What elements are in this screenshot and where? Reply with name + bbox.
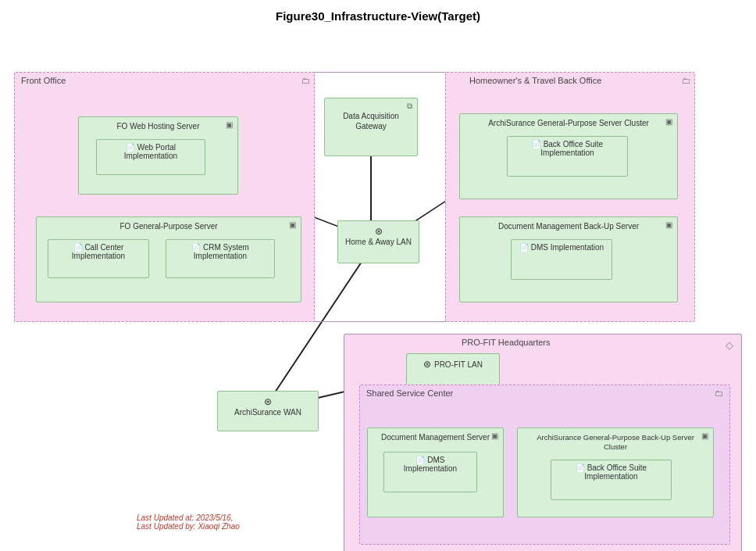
doc-icon-web-portal: 📄: [126, 143, 135, 152]
doc-mgmt-server-title: Document Management Server: [374, 433, 497, 442]
home-away-lan: ⊛ Home & Away LAN: [337, 220, 419, 263]
doc-icon-back-office2: 📄: [576, 463, 585, 472]
fo-gp-title: FO General-Purpose Server: [43, 222, 294, 231]
archisurance-wan: ⊛ ArchiSurance WAN: [217, 391, 319, 431]
dms-artifact: 📄 DMS Implementation: [511, 239, 612, 280]
fo-gp-server: FO General-Purpose Server ▣ 📄 Call Cente…: [36, 216, 301, 302]
front-office-label: Front Office: [21, 76, 66, 85]
network-icon-ha-lan: ⊛: [375, 226, 383, 237]
fo-web-hosting-title: FO Web Hosting Server: [85, 122, 231, 131]
homeowners-label: Homeowner's & Travel Back Office: [469, 76, 601, 85]
doc-mgmt-backup-server: Document Management Back-Up Server ▣ 📄 D…: [459, 216, 678, 302]
crm-label: CRM System Implementation: [194, 243, 249, 260]
doc-icon-crm: 📄: [191, 243, 201, 252]
profit-hq-label: PRO-FIT Headquarters: [462, 338, 551, 347]
ha-lan-label: Home & Away LAN: [344, 237, 412, 247]
server-icon-fo-web: ▣: [226, 120, 233, 129]
doc-mgmt-backup-title: Document Management Back-Up Server: [466, 222, 671, 231]
fo-web-hosting-server: FO Web Hosting Server ▣ 📄 Web Portal Imp…: [78, 116, 238, 195]
server-icon-doc-backup: ▣: [665, 220, 672, 229]
dms-label: DMS Implementation: [531, 243, 604, 252]
diagram-area: Home & Away Headquarters 🗀 Front Office …: [0, 29, 756, 545]
call-center-artifact: 📄 Call Center Implementation: [48, 239, 149, 278]
dms2-label: DMS Implementation: [404, 456, 457, 473]
web-portal-artifact: 📄 Web Portal Implementation: [96, 139, 205, 175]
copy-icon-dag: ⧉: [407, 102, 412, 111]
dms2-artifact: 📄 DMS Implementation: [383, 452, 477, 492]
doc-mgmt-server: Document Management Server ▣ 📄 DMS Imple…: [367, 428, 504, 517]
wan-label: ArchiSurance WAN: [224, 407, 312, 417]
network-icon-wan: ⊛: [264, 396, 272, 407]
page-title: Figure30_Infrastructure-View(Target): [0, 0, 756, 29]
profit-lan: ⊛ PRO-FIT LAN: [406, 353, 500, 388]
shared-service-label: Shared Service Center: [366, 388, 453, 398]
doc-icon-dms2: 📄: [415, 456, 425, 464]
server-icon-fo-gp: ▣: [289, 220, 296, 229]
archisurance-gp2-title: ArchiSurance General-Purpose Back-Up Ser…: [524, 433, 707, 453]
archisurance-gp-server: ArchiSurance General-Purpose Server Clus…: [459, 113, 678, 199]
crm-artifact: 📄 CRM System Implementation: [166, 239, 275, 278]
back-office-artifact: 📄 Back Office Suite Implementation: [507, 136, 628, 177]
server-icon-archi-gp: ▣: [665, 117, 672, 126]
archisurance-gp-title: ArchiSurance General-Purpose Server Clus…: [466, 119, 671, 127]
server-icon-archi-gp2: ▣: [701, 431, 708, 440]
footer: Last Updated at: 2023/5/16, Last Updated…: [137, 513, 240, 531]
archisurance-gp2-server: ArchiSurance General-Purpose Back-Up Ser…: [517, 428, 714, 517]
back-office-label: Back Office Suite Implementation: [540, 140, 603, 157]
footer-line2: Last Updated by: Xiaoqi Zhao: [137, 522, 240, 531]
dag-label: Data Acquisition Gateway: [331, 103, 411, 131]
folder-icon-ssc: 🗀: [715, 388, 723, 398]
doc-icon-dms: 📄: [519, 243, 529, 252]
network-icon-profit-lan: ⊛: [423, 359, 431, 370]
data-acquisition-gateway: ⧉ Data Acquisition Gateway: [324, 98, 418, 156]
front-office-folder-icon: 🗀: [301, 76, 310, 85]
doc-icon-call-center: 📄: [73, 243, 83, 252]
back-office2-artifact: 📄 Back Office Suite Implementation: [551, 460, 672, 500]
doc-icon-back-office: 📄: [532, 140, 541, 148]
back-office2-label: Back Office Suite Implementation: [584, 463, 647, 481]
profit-lan-label: PRO-FIT LAN: [434, 360, 483, 369]
homeowners-folder-icon: 🗀: [682, 76, 690, 85]
footer-line1: Last Updated at: 2023/5/16,: [137, 513, 240, 522]
diamond-icon-profit: ◇: [726, 339, 733, 351]
server-icon-doc-mgmt: ▣: [491, 431, 498, 440]
